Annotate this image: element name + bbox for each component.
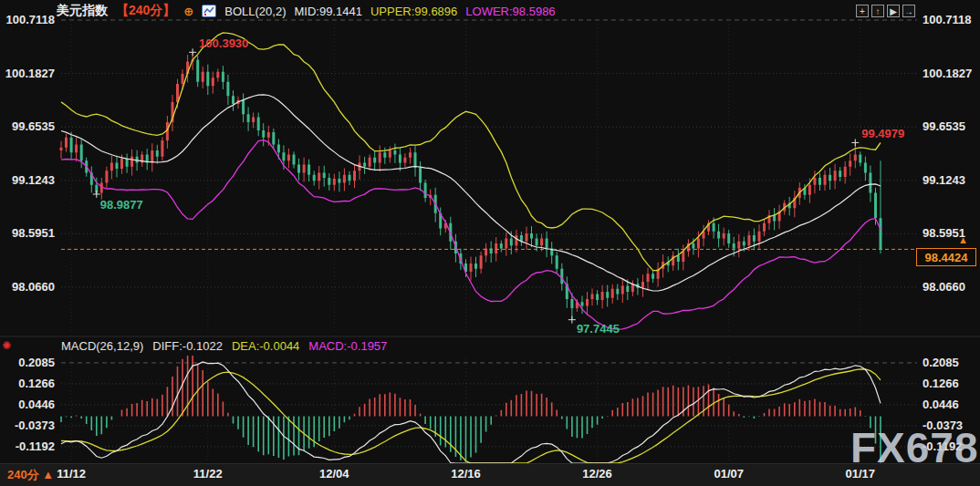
trading-app-window: { "header": { "symbol": "美元指数", "timefra… — [0, 0, 980, 486]
macd-macd-value: MACD:-0.1957 — [308, 339, 387, 353]
boll-upper-value: UPPER:99.6896 — [370, 5, 457, 18]
last-price-box: 98.4424 — [916, 248, 976, 266]
boll-lower-line — [61, 140, 881, 330]
macd-axis-label-left: 0.1266 — [0, 377, 55, 391]
crosshair-move-icon[interactable]: + — [856, 5, 869, 17]
alert-dot-icon[interactable]: ✺ — [2, 339, 11, 352]
chart-thumbnail-icon[interactable] — [202, 5, 216, 17]
chart-header: 美元指数 【240分】 ⊕ BOLL(20,2) MID:99.1441 UPP… — [57, 3, 556, 19]
y-axis-label-right: 98.0660 — [923, 280, 979, 295]
macd-axis-label-left: -0.0373 — [0, 419, 55, 433]
y-axis-label-right: 99.6535 — [923, 119, 979, 134]
y-axis-label-right: 100.7118 — [923, 13, 979, 27]
go-to-latest-icon[interactable]: → — [902, 5, 915, 17]
macd-axis-label-right: 0.2085 — [923, 356, 979, 370]
x-axis-date-label: 12/16 — [442, 467, 489, 481]
x-axis-date-label: 01/07 — [705, 467, 753, 481]
macd-header: MACD(26,12,9) DIFF:-0.1022 DEA:-0.0044 M… — [61, 339, 387, 353]
candles-up-wicks — [61, 52, 855, 315]
macd-axis-label-left: 0.2085 — [0, 356, 55, 370]
timeframe-label[interactable]: 【240分】 — [116, 3, 175, 19]
candles-down-wicks — [71, 56, 881, 320]
x-axis-date-label: 11/22 — [184, 467, 232, 481]
y-axis-label-right: 99.1243 — [923, 173, 979, 188]
macd-axis-label-left: -0.1192 — [0, 439, 55, 454]
x-axis-date-label: 12/26 — [574, 467, 621, 481]
symbol-title: 美元指数 — [57, 3, 108, 19]
extreme-cross-marker — [851, 139, 859, 146]
boll-mid-value: MID:99.1441 — [294, 5, 361, 18]
y-axis-label-left: 98.5951 — [0, 226, 55, 241]
extreme-cross-marker — [93, 191, 100, 198]
macd-axis-label-left: 0.0446 — [0, 398, 55, 412]
macd-axis-label-right: 0.1266 — [923, 377, 979, 391]
macd-histogram-negative — [61, 416, 881, 462]
y-axis-label-left: 99.6535 — [0, 119, 55, 134]
axis-scale-up-icon[interactable]: ↑ — [871, 5, 884, 17]
y-axis-label-left: 100.7118 — [0, 13, 55, 27]
link-circle-icon[interactable]: ⊕ — [183, 5, 193, 18]
price-up-arrow-icon: ▲ — [958, 234, 968, 245]
boll-upper-line — [61, 33, 881, 271]
macd-dea-value: DEA:-0.0044 — [232, 339, 299, 353]
annotation-low: 97.7445 — [577, 322, 620, 336]
macd-diff-value: DIFF:-0.1022 — [152, 339, 223, 353]
macd-histogram-positive — [77, 356, 860, 416]
autoplay-icon[interactable]: ▶ — [887, 5, 900, 17]
x-axis-date-label: 11/12 — [47, 467, 95, 481]
annotation-high: 99.4979 — [861, 127, 904, 140]
y-axis-label-right: 100.1827 — [923, 67, 979, 81]
y-axis-label-right: 98.5951 — [923, 226, 979, 241]
y-axis-label-left: 100.1827 — [0, 67, 55, 81]
x-axis-date-label: 12/04 — [310, 467, 358, 481]
boll-lower-value: LOWER:98.5986 — [465, 5, 555, 18]
boll-indicator-label: BOLL(20,2) — [224, 5, 286, 18]
macd-axis-label-right: 0.0446 — [923, 398, 979, 412]
y-axis-label-left: 98.0660 — [0, 280, 55, 295]
extreme-cross-marker — [568, 316, 576, 324]
time-axis-bar — [0, 463, 980, 486]
annotation-low: 98.9877 — [100, 198, 143, 212]
chart-canvas[interactable]: 100.393098.987799.497997.7445 — [0, 0, 980, 486]
chart-toolbar: +↑▶→ — [856, 5, 915, 17]
annotation-high: 100.3930 — [199, 36, 248, 50]
macd-indicator-label: MACD(26,12,9) — [61, 339, 143, 353]
y-axis-label-left: 99.1243 — [0, 173, 55, 188]
extreme-cross-marker — [189, 48, 196, 56]
watermark: FX678 — [850, 423, 979, 472]
